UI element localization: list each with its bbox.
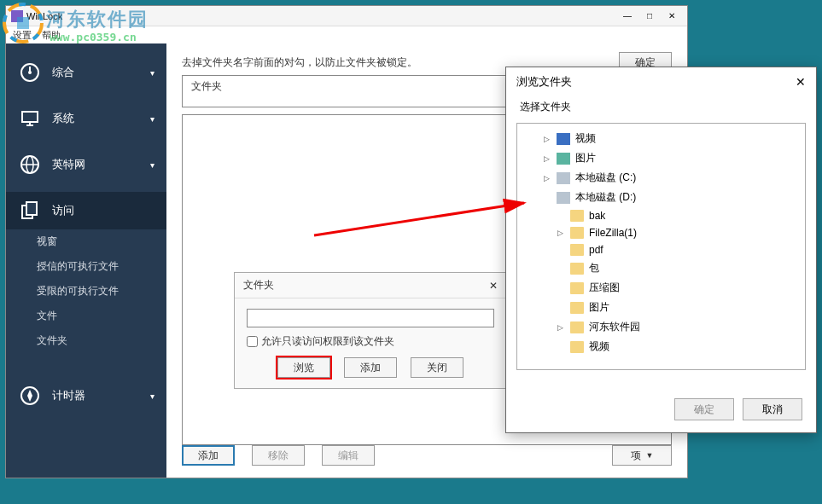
browse-close-icon[interactable]: ✕ <box>796 75 806 89</box>
tree-row[interactable]: 包 <box>517 258 805 278</box>
chevron-down-icon: ▾ <box>150 68 154 78</box>
clock-icon <box>18 61 42 84</box>
tree-row[interactable]: 图片 <box>517 298 805 317</box>
tree-row[interactable]: 视频 <box>517 337 805 356</box>
tree-row[interactable]: ▷河东软件园 <box>517 317 805 337</box>
options-label: 项 <box>631 449 641 463</box>
tree-label: bak <box>589 210 605 222</box>
maximize-button[interactable]: □ <box>639 9 660 23</box>
folder-icon <box>570 263 584 275</box>
folder-icon <box>570 341 584 353</box>
browse-cancel-button[interactable]: 取消 <box>743 398 802 420</box>
folder-icon <box>570 244 584 256</box>
browse-title: 浏览文件夹 <box>516 74 572 90</box>
sub-item-trusted-exe[interactable]: 授信的可执行文件 <box>6 254 166 279</box>
tree-label: 图片 <box>575 151 596 165</box>
browse-button[interactable]: 浏览 <box>277 357 330 378</box>
browse-ok-button[interactable]: 确定 <box>674 398 734 420</box>
sidebar-item-label: 计时器 <box>52 388 85 403</box>
tree-row[interactable]: ▷视频 <box>517 129 805 148</box>
sidebar: 综合 ▾ 系统 ▾ 英特网 ▾ 访问 视窗 授信的可执行文件 受限的可执行文件 … <box>6 43 166 478</box>
globe-icon <box>18 153 42 177</box>
folder-icon <box>570 302 584 314</box>
chevron-down-icon: ▾ <box>150 391 154 401</box>
folder-icon <box>570 210 584 222</box>
options-dropdown[interactable]: 项 ▼ <box>612 445 672 466</box>
folder-icon <box>570 282 584 294</box>
close-button[interactable]: ✕ <box>662 9 682 23</box>
browse-subtitle: 选择文件夹 <box>506 96 816 123</box>
tree-row[interactable]: bak <box>517 207 805 224</box>
tree-row[interactable]: ▷图片 <box>517 148 805 168</box>
folder-dialog: 文件夹 ✕ 允许只读访问权限到该文件夹 浏览 添加 关闭 <box>234 272 507 389</box>
svg-marker-12 <box>27 390 32 402</box>
pic-icon <box>557 153 570 165</box>
sub-item-window[interactable]: 视窗 <box>6 229 166 254</box>
sidebar-item-label: 系统 <box>52 111 74 126</box>
menubar: 设置 帮助 <box>6 26 687 43</box>
sidebar-item-label: 综合 <box>52 65 74 80</box>
sidebar-item-access[interactable]: 访问 <box>6 192 166 229</box>
chevron-down-icon: ▾ <box>150 160 154 170</box>
app-icon <box>11 10 23 22</box>
tree-label: 视频 <box>575 131 596 146</box>
add-button[interactable]: 添加 <box>344 357 397 378</box>
expand-icon[interactable]: ▷ <box>541 174 551 182</box>
edit-button[interactable]: 编辑 <box>322 445 375 466</box>
disk-icon <box>557 192 570 204</box>
tree-label: pdf <box>589 244 603 256</box>
tree-row[interactable]: 本地磁盘 (D:) <box>517 188 805 207</box>
svg-rect-10 <box>26 202 37 215</box>
chevron-down-icon: ▾ <box>150 114 154 124</box>
folder-icon <box>570 227 584 239</box>
folder-icon <box>570 322 584 333</box>
tree-label: 本地磁盘 (D:) <box>575 190 636 205</box>
folder-path-input[interactable] <box>247 309 494 327</box>
expand-icon[interactable]: ▷ <box>555 229 565 237</box>
vid-icon <box>557 133 570 145</box>
expand-icon[interactable]: ▷ <box>555 323 565 332</box>
add-bottom-button[interactable]: 添加 <box>182 445 235 466</box>
tree-label: 包 <box>589 261 599 275</box>
tree-row[interactable]: ▷FileZilla(1) <box>517 224 805 241</box>
sub-item-folders[interactable]: 文件夹 <box>6 328 166 353</box>
close-dialog-button[interactable]: 关闭 <box>411 357 463 378</box>
menu-help[interactable]: 帮助 <box>42 29 61 42</box>
sub-item-files[interactable]: 文件 <box>6 304 166 328</box>
tree-label: 视频 <box>589 339 609 354</box>
sidebar-item-internet[interactable]: 英特网 ▾ <box>6 146 166 183</box>
dialog-title: 文件夹 <box>243 278 274 293</box>
menu-settings[interactable]: 设置 <box>13 29 32 42</box>
tree-label: FileZilla(1) <box>589 227 637 239</box>
sub-item-restricted-exe[interactable]: 受限的可执行文件 <box>6 279 166 304</box>
list-header-label: 文件夹 <box>191 80 222 92</box>
tree-label: 本地磁盘 (C:) <box>575 171 636 185</box>
files-icon <box>18 199 42 223</box>
disk-icon <box>557 172 570 184</box>
remove-button[interactable]: 移除 <box>252 445 305 466</box>
sidebar-item-timer[interactable]: 计时器 ▾ <box>6 377 166 414</box>
chevron-down-icon: ▼ <box>646 451 654 460</box>
sidebar-item-label: 英特网 <box>52 157 85 172</box>
readonly-checkbox[interactable] <box>247 336 258 347</box>
window-title: WinLock <box>26 11 62 21</box>
dialog-close-icon[interactable]: ✕ <box>489 280 498 292</box>
tree-label: 压缩图 <box>589 281 620 295</box>
monitor-icon <box>18 107 42 130</box>
svg-rect-3 <box>22 112 38 122</box>
browse-folder-dialog: 浏览文件夹 ✕ 选择文件夹 ▷视频▷图片▷本地磁盘 (C:)本地磁盘 (D:)b… <box>505 67 817 433</box>
tree-label: 河东软件园 <box>589 320 640 334</box>
sidebar-item-label: 访问 <box>52 203 74 218</box>
tree-label: 图片 <box>589 300 609 315</box>
tree-row[interactable]: 压缩图 <box>517 278 805 298</box>
tree-row[interactable]: pdf <box>517 241 805 258</box>
sidebar-item-system[interactable]: 系统 ▾ <box>6 100 166 137</box>
folder-tree[interactable]: ▷视频▷图片▷本地磁盘 (C:)本地磁盘 (D:)bak▷FileZilla(1… <box>516 123 806 370</box>
minimize-button[interactable]: — <box>617 9 638 23</box>
readonly-label: 允许只读访问权限到该文件夹 <box>261 334 394 349</box>
titlebar: WinLock — □ ✕ <box>6 6 687 26</box>
expand-icon[interactable]: ▷ <box>541 154 551 163</box>
expand-icon[interactable]: ▷ <box>541 135 551 143</box>
sidebar-item-general[interactable]: 综合 ▾ <box>6 54 166 91</box>
tree-row[interactable]: ▷本地磁盘 (C:) <box>517 168 805 188</box>
